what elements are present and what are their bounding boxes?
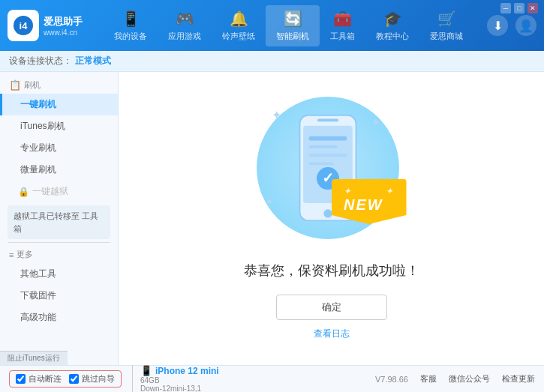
lock-icon: 🔒 [18,187,29,197]
sidebar-item-itunes-flash[interactable]: iTunes刷机 [0,115,118,137]
circle-background: ✦ ✦ ✦ [257,97,399,239]
sidebar-item-one-click-flash[interactable]: 一键刷机 [0,94,118,115]
device-name: 📱 iPhone 12 mini [140,365,219,376]
my-device-icon: 📱 [122,10,140,28]
device-model: Down-12mini-13,1 [140,385,219,392]
sidebar: 📋 刷机 一键刷机 iTunes刷机 专业刷机 微量刷机 🔒 一键越狱 [0,72,119,365]
bottom-bar: 自动断连 跳过向导 📱 iPhone 12 mini 64GB Down-12m… [0,365,544,392]
flash-header-icon: 📋 [9,79,21,91]
tutorials-icon: 🎓 [383,10,402,28]
sidebar-notice: 越狱工具已转移至 工具箱 [8,205,110,239]
main-content: ✦ ✦ ✦ [119,72,544,365]
sparkle-3: ✦ [264,195,274,209]
main-layout: 📋 刷机 一键刷机 iTunes刷机 专业刷机 微量刷机 🔒 一键越狱 [0,72,544,365]
logo-text: 爱思助手 www.i4.cn [44,15,83,37]
auto-disconnect-input[interactable] [16,374,26,384]
device-info: 📱 iPhone 12 mini 64GB Down-12mini-13,1 [132,365,219,392]
sidebar-flash-header: 📋 刷机 [0,76,118,94]
svg-point-4 [323,209,332,217]
new-badge: ✦ ✦ NEW [332,179,407,224]
user-button[interactable]: 👤 [515,15,536,36]
customer-service-link[interactable]: 客服 [420,373,437,385]
ringtones-icon: 🔔 [230,10,248,28]
wechat-link[interactable]: 微信公众号 [449,373,490,385]
sidebar-item-download-firmware[interactable]: 下载固件 [0,285,118,307]
minimize-button[interactable]: ─ [500,3,511,13]
view-log-link[interactable]: 查看日志 [314,328,350,340]
logo-icon: i4 [8,10,39,41]
skip-wizard-input[interactable] [69,374,79,384]
bottom-left: 自动断连 跳过向导 📱 iPhone 12 mini 64GB Down-12m… [9,365,375,392]
success-message: 恭喜您，保资料刷机成功啦！ [244,262,419,280]
toolbox-icon: 🧰 [333,10,352,28]
maximize-button[interactable]: □ [514,3,524,13]
bottom-right: V7.98.66 客服 微信公众号 检查更新 [375,373,535,385]
header-right: ⬇ 👤 [487,15,536,36]
svg-rect-6 [308,136,347,141]
nav-ringtones[interactable]: 🔔 铃声壁纸 [212,5,266,46]
download-button[interactable]: ⬇ [487,15,508,36]
confirm-button[interactable]: 确定 [276,295,387,320]
sidebar-divider [8,242,110,243]
device-phone-icon: 📱 [140,365,152,376]
svg-rect-7 [308,145,337,148]
nav-smart-flash[interactable]: 🔄 智能刷机 [266,5,320,46]
apps-games-icon: 🎮 [176,10,194,28]
nav-apps-games[interactable]: 🎮 应用游戏 [158,5,212,46]
sidebar-item-save-data-flash[interactable]: 微量刷机 [0,159,118,181]
device-storage: 64GB [140,376,219,385]
status-label: 设备连接状态： [9,55,72,67]
status-value: 正常模式 [75,55,111,67]
nav-my-device[interactable]: 📱 我的设备 [104,5,158,46]
sidebar-item-pro-flash[interactable]: 专业刷机 [0,137,118,159]
status-bar: 设备连接状态： 正常模式 [0,51,544,72]
more-icon: ≡ [9,250,14,259]
sidebar-item-other-tools[interactable]: 其他工具 [0,263,118,285]
phone-illustration: ✦ ✦ ✦ [257,97,407,247]
svg-rect-5 [317,118,338,121]
sidebar-more-header: ≡ 更多 [0,246,118,263]
logo-area: i4 爱思助手 www.i4.cn [8,10,90,41]
app-store-icon: 🛒 [437,10,456,28]
close-button[interactable]: ✕ [527,3,538,13]
sparkle-2: ✦ [371,115,380,130]
sidebar-item-jailbreak-disabled: 🔒 一键越狱 [0,181,118,202]
nav-app-store[interactable]: 🛒 爱思商城 [419,5,473,46]
svg-rect-8 [308,154,347,157]
svg-rect-9 [308,163,333,166]
window-controls: ─ □ ✕ [500,3,538,13]
skip-wizard-checkbox[interactable]: 跳过向导 [69,373,115,385]
nav-bar: 📱 我的设备 🎮 应用游戏 🔔 铃声壁纸 🔄 智能刷机 🧰 工具箱 🎓 [90,5,487,46]
check-update-link[interactable]: 检查更新 [502,373,535,385]
nav-tutorials[interactable]: 🎓 教程中心 [365,5,419,46]
svg-text:i4: i4 [20,20,29,31]
sidebar-item-advanced[interactable]: 高级功能 [0,307,118,328]
smart-flash-icon: 🔄 [284,10,302,28]
auto-disconnect-checkbox[interactable]: 自动断连 [16,373,62,385]
itunes-status-bar[interactable]: 阻止iTunes运行 [0,351,68,365]
version-label: V7.98.66 [375,375,408,384]
nav-toolbox[interactable]: 🧰 工具箱 [320,5,365,46]
sparkle-1: ✦ [272,108,281,122]
header: ─ □ ✕ i4 爱思助手 www.i4.cn 📱 我的设备 [0,0,544,51]
